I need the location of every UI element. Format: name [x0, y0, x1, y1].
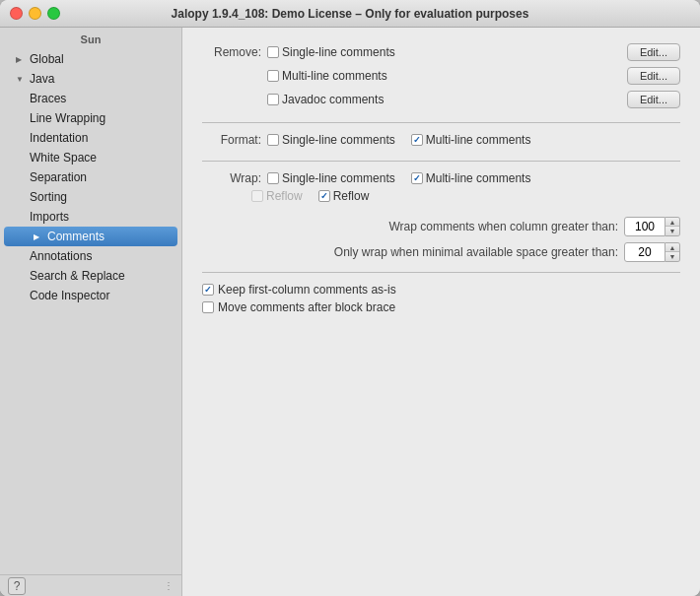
keep-first-col-checkbox[interactable]: ✓	[202, 284, 214, 296]
wrap-multi-checkbox[interactable]: ✓	[411, 172, 423, 184]
move-after-brace-checkbox[interactable]	[202, 301, 214, 313]
sidebar-item-global[interactable]: ▶ Global	[0, 49, 181, 69]
sidebar-footer: ? ⋮	[0, 574, 181, 596]
min-space-arrows: ▲ ▼	[665, 242, 680, 262]
format-multi-checkbox[interactable]: ✓	[411, 134, 423, 146]
sidebar-item-braces[interactable]: Braces	[0, 89, 181, 108]
sidebar-item-label: Annotations	[30, 249, 92, 263]
resize-handle[interactable]: ⋮	[164, 581, 174, 591]
format-single-checkbox[interactable]	[267, 134, 279, 146]
wrap-column-spinner: ▲ ▼	[624, 217, 680, 236]
main-panel: Remove: Single-line comments Edit... Mul	[182, 28, 700, 596]
remove-javadoc-checkbox-item: Javadoc comments	[267, 93, 384, 106]
reflow-single-label: Reflow	[266, 189, 303, 203]
format-section: Format: Single-line comments ✓ Multi-lin…	[202, 133, 680, 147]
reflow-multi-label: Reflow	[333, 189, 370, 203]
remove-multi-edit-button[interactable]: Edit...	[627, 67, 680, 85]
sidebar-item-white-space[interactable]: White Space	[0, 148, 181, 167]
sidebar: Sun ▶ Global ▼ Java Braces Line Wrapping	[0, 28, 182, 596]
traffic-lights	[10, 7, 60, 20]
titlebar: Jalopy 1.9.4_108: Demo License – Only fo…	[0, 0, 700, 28]
format-single-label: Single-line comments	[282, 133, 395, 147]
wrap-column-input[interactable]	[624, 217, 665, 236]
move-after-brace-row: Move comments after block brace	[202, 300, 680, 314]
sidebar-item-label: Search & Replace	[30, 269, 125, 283]
remove-label: Remove:	[202, 45, 261, 59]
wrap-column-row: Wrap comments when column greater than: …	[202, 217, 680, 236]
keep-first-col-row: ✓ Keep first-column comments as-is	[202, 283, 680, 297]
wrap-label: Wrap:	[202, 171, 261, 185]
remove-single-row: Remove: Single-line comments Edit...	[202, 43, 680, 61]
close-button[interactable]	[10, 7, 23, 20]
separator-2	[202, 161, 680, 162]
remove-single-edit-button[interactable]: Edit...	[627, 43, 680, 61]
format-multi-item: ✓ Multi-line comments	[411, 133, 531, 147]
sidebar-header: Sun	[0, 28, 181, 49]
remove-javadoc-row: Javadoc comments Edit...	[202, 91, 680, 108]
arrow-icon: ▶	[16, 55, 26, 64]
separator-1	[202, 122, 680, 123]
sidebar-item-line-wrapping[interactable]: Line Wrapping	[0, 108, 181, 128]
format-single-item: Single-line comments	[267, 133, 395, 147]
sidebar-item-label: Line Wrapping	[30, 111, 105, 125]
sidebar-item-indentation[interactable]: Indentation	[0, 128, 181, 148]
format-label: Format:	[202, 133, 261, 147]
wrap-row1: Wrap: Single-line comments ✓ Multi-line …	[202, 171, 680, 185]
remove-single-checkbox[interactable]	[267, 46, 279, 58]
min-space-spinner: ▲ ▼	[624, 242, 680, 262]
sidebar-item-code-inspector[interactable]: Code Inspector	[0, 286, 181, 305]
bottom-checkboxes: ✓ Keep first-column comments as-is Move …	[202, 283, 680, 314]
sidebar-item-label: Global	[30, 52, 64, 66]
wrap-column-label: Wrap comments when column greater than:	[202, 220, 618, 233]
remove-multi-checkbox[interactable]	[267, 70, 279, 82]
arrow-icon: ▶	[34, 232, 43, 241]
sidebar-item-imports[interactable]: Imports	[0, 207, 181, 227]
sidebar-item-java[interactable]: ▼ Java	[0, 69, 181, 89]
min-space-input[interactable]	[624, 242, 665, 262]
sidebar-item-label: Sorting	[30, 190, 67, 204]
sidebar-item-label: Separation	[30, 170, 87, 184]
remove-multi-row: Multi-line comments Edit...	[202, 67, 680, 85]
wrap-row2: Reflow ✓ Reflow	[251, 189, 680, 203]
remove-javadoc-checkbox[interactable]	[267, 94, 279, 105]
min-space-up-arrow[interactable]: ▲	[665, 243, 679, 252]
sidebar-item-sorting[interactable]: Sorting	[0, 187, 181, 207]
reflow-multi-checkbox[interactable]: ✓	[318, 190, 330, 202]
format-row: Format: Single-line comments ✓ Multi-lin…	[202, 133, 680, 147]
wrap-multi-item: ✓ Multi-line comments	[411, 171, 531, 185]
sidebar-item-label: Comments	[47, 230, 105, 243]
sidebar-item-annotations[interactable]: Annotations	[0, 246, 181, 266]
keep-first-col-label: Keep first-column comments as-is	[218, 283, 396, 297]
sidebar-item-label: Imports	[30, 210, 69, 224]
min-space-row: Only wrap when minimal available space g…	[202, 242, 680, 262]
wrap-section: Wrap: Single-line comments ✓ Multi-line …	[202, 171, 680, 203]
remove-javadoc-edit-button[interactable]: Edit...	[627, 91, 680, 108]
move-after-brace-label: Move comments after block brace	[218, 300, 395, 314]
remove-single-checkbox-item: Single-line comments	[267, 45, 395, 59]
sidebar-item-label: Java	[30, 72, 54, 86]
wrap-column-arrows: ▲ ▼	[665, 217, 680, 236]
sidebar-item-search-replace[interactable]: Search & Replace	[0, 266, 181, 286]
sidebar-item-label: Braces	[30, 92, 66, 105]
minimize-button[interactable]	[29, 7, 41, 20]
main-window: Jalopy 1.9.4_108: Demo License – Only fo…	[0, 0, 700, 596]
wrap-single-item: Single-line comments	[267, 171, 395, 185]
wrap-column-up-arrow[interactable]: ▲	[665, 218, 679, 227]
help-button[interactable]: ?	[8, 577, 26, 595]
wrap-single-checkbox[interactable]	[267, 172, 279, 184]
sidebar-item-comments[interactable]: ▶ Comments	[4, 227, 177, 246]
remove-javadoc-label: Javadoc comments	[282, 93, 384, 106]
sidebar-item-label: White Space	[30, 151, 97, 165]
sidebar-item-label: Indentation	[30, 131, 88, 145]
separator-3	[202, 272, 680, 273]
remove-multi-label: Multi-line comments	[282, 69, 387, 83]
sidebar-item-separation[interactable]: Separation	[0, 167, 181, 187]
maximize-button[interactable]	[47, 7, 60, 20]
reflow-single-checkbox	[251, 190, 263, 202]
min-space-down-arrow[interactable]: ▼	[665, 252, 679, 261]
format-multi-label: Multi-line comments	[426, 133, 531, 147]
reflow-single-item: Reflow	[251, 189, 303, 203]
window-title: Jalopy 1.9.4_108: Demo License – Only fo…	[172, 7, 529, 21]
wrap-column-down-arrow[interactable]: ▼	[665, 227, 679, 235]
sidebar-item-label: Code Inspector	[30, 289, 109, 302]
